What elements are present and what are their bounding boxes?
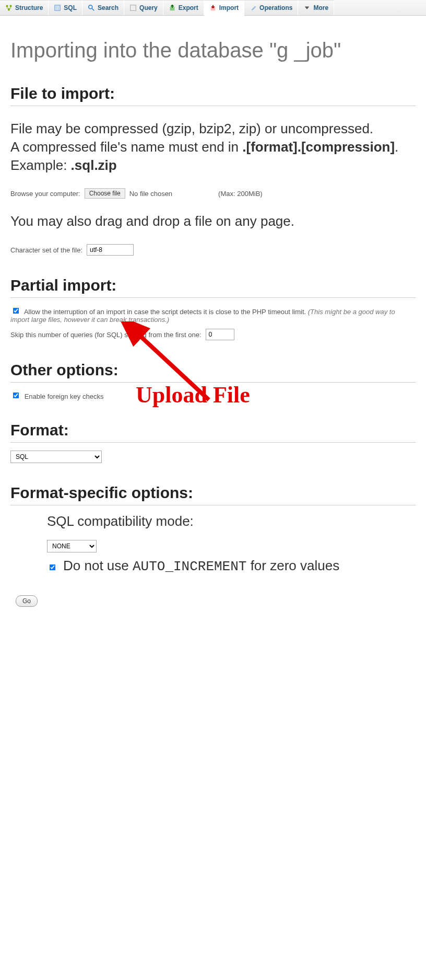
format-row: SQL	[10, 451, 416, 463]
format-specific-heading: Format-specific options:	[10, 484, 416, 505]
fk-row: Enable foreign key checks	[10, 390, 416, 400]
file-desc-format: .[format].[compression]	[242, 139, 395, 155]
tab-label: Search	[98, 4, 119, 11]
sql-compat-select[interactable]: NONE	[47, 540, 97, 552]
other-options-heading: Other options:	[10, 361, 416, 383]
allow-interrupt-row: Allow the interruption of an import in c…	[10, 306, 416, 324]
tab-operations[interactable]: Operations	[244, 0, 298, 15]
tab-label: Query	[139, 4, 158, 11]
skip-queries-input[interactable]	[206, 329, 234, 340]
chevron-down-icon	[303, 4, 311, 11]
top-nav: Structure SQL Search Query Export Import	[0, 0, 426, 16]
file-description: File may be compressed (gzip, bzip2, zip…	[10, 120, 416, 175]
sql-icon	[54, 4, 61, 11]
file-desc-example: .sql.zip	[71, 157, 117, 173]
svg-point-4	[89, 5, 92, 9]
charset-label: Character set of the file:	[10, 246, 82, 254]
structure-icon	[5, 4, 13, 11]
query-icon	[129, 4, 137, 11]
skip-queries-label: Skip this number of queries (for SQL) st…	[10, 331, 202, 339]
svg-rect-1	[10, 5, 12, 7]
partial-import-heading: Partial import:	[10, 276, 416, 298]
no-autoincrement-checkbox[interactable]	[50, 564, 56, 571]
export-icon	[169, 4, 176, 11]
sql-compat-label: SQL compatibility mode:	[47, 513, 416, 529]
tab-import[interactable]: Import	[204, 0, 244, 16]
page-title: Importing into the database "g _job"	[10, 37, 416, 64]
charset-row: Character set of the file:	[10, 244, 416, 256]
tab-export[interactable]: Export	[163, 0, 204, 15]
browse-label: Browse your computer:	[10, 190, 80, 198]
operations-icon	[250, 4, 257, 11]
browse-row: Browse your computer: Choose file No fil…	[10, 188, 416, 199]
tab-query[interactable]: Query	[124, 0, 163, 15]
svg-rect-3	[55, 5, 61, 11]
allow-interrupt-label: Allow the interruption of an import in c…	[24, 308, 308, 316]
skip-queries-row: Skip this number of queries (for SQL) st…	[10, 329, 416, 340]
allow-interrupt-checkbox[interactable]	[13, 308, 19, 314]
foreign-key-label: Enable foreign key checks	[25, 393, 104, 400]
svg-rect-0	[6, 5, 8, 7]
go-button[interactable]: Go	[16, 595, 38, 607]
tab-label: More	[313, 4, 328, 11]
tab-label: SQL	[64, 4, 77, 11]
no-autoincrement-text-a: Do not use	[63, 558, 133, 573]
main-content: Importing into the database "g _job" Fil…	[0, 16, 426, 622]
dragdrop-note: You may also drag and drop a file on any…	[10, 212, 416, 230]
no-autoincrement-text-b: for zero values	[246, 558, 339, 573]
tab-label: Import	[219, 4, 239, 11]
charset-input[interactable]	[87, 244, 134, 256]
tab-structure[interactable]: Structure	[0, 0, 49, 15]
format-specific-sub: SQL compatibility mode: NONE Do not use …	[47, 513, 416, 574]
tab-label: Export	[179, 4, 198, 11]
svg-rect-6	[131, 5, 136, 11]
tab-search[interactable]: Search	[82, 0, 124, 15]
search-icon	[88, 4, 95, 11]
no-file-chosen-text: No file chosen	[129, 190, 172, 198]
max-size-note: (Max: 200MiB)	[218, 190, 263, 198]
tab-label: Structure	[15, 4, 43, 11]
no-autoincrement-mono: AUTO_INCREMENT	[133, 559, 246, 574]
file-import-heading: File to import:	[10, 85, 416, 106]
file-desc-line1: File may be compressed (gzip, bzip2, zip…	[10, 121, 373, 136]
tab-more[interactable]: More	[298, 0, 334, 15]
file-desc-line2a: A compressed file's name must end in	[10, 139, 242, 155]
import-icon	[209, 4, 217, 11]
svg-line-5	[92, 8, 94, 10]
format-heading: Format:	[10, 421, 416, 443]
tab-sql[interactable]: SQL	[49, 0, 82, 15]
tab-label: Operations	[259, 4, 292, 11]
foreign-key-checkbox[interactable]	[13, 393, 19, 399]
choose-file-button[interactable]: Choose file	[85, 188, 125, 199]
format-select[interactable]: SQL	[10, 451, 102, 463]
no-autoincrement-row: Do not use AUTO_INCREMENT for zero value…	[47, 558, 416, 574]
